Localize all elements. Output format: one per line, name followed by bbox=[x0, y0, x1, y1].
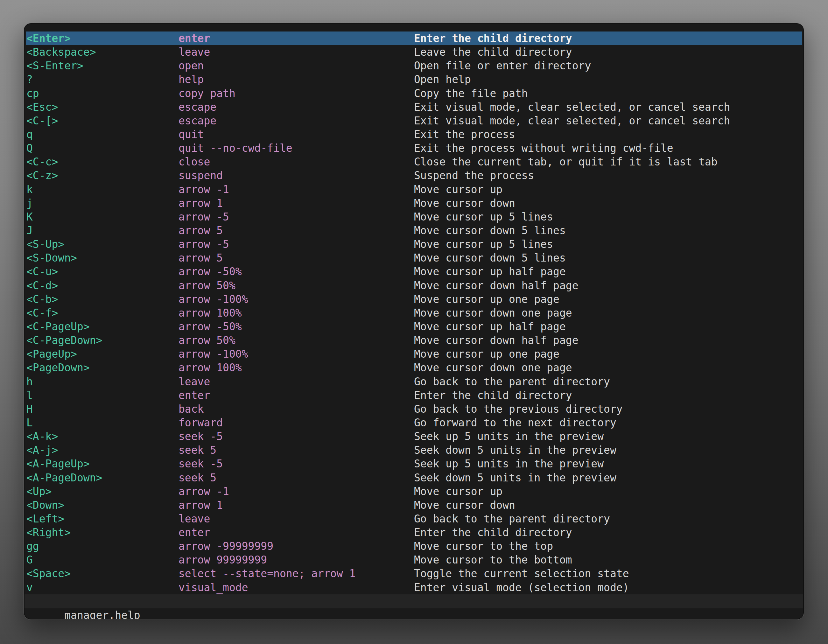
keybind-command: escape bbox=[179, 100, 414, 114]
keybind-command: enter bbox=[179, 31, 414, 45]
keybind-key: G bbox=[26, 553, 179, 567]
keybind-description: Move cursor up 5 lines bbox=[414, 237, 802, 251]
keybind-row[interactable]: cp copy path Copy the file path bbox=[26, 86, 802, 100]
keybind-row[interactable]: v visual_mode Enter visual mode (selecti… bbox=[26, 581, 802, 594]
keybind-key: j bbox=[26, 196, 179, 210]
keybind-row[interactable]: <C-PageDown> arrow 50% Move cursor down … bbox=[26, 334, 802, 347]
keybind-description: Move cursor up half page bbox=[414, 265, 802, 278]
keybind-key: <S-Down> bbox=[26, 251, 179, 265]
keybind-key: J bbox=[26, 224, 179, 237]
keybind-key: <A-k> bbox=[26, 429, 179, 443]
keybind-row[interactable]: j arrow 1 Move cursor down bbox=[26, 196, 802, 210]
keybind-command: arrow -50% bbox=[179, 265, 414, 278]
keybind-row[interactable]: h leave Go back to the parent directory bbox=[26, 375, 802, 389]
keybind-row[interactable]: <PageUp> arrow -100% Move cursor up one … bbox=[26, 347, 802, 361]
keybind-description: Seek down 5 units in the preview bbox=[414, 471, 802, 484]
keybind-key: <Backspace> bbox=[26, 45, 179, 59]
keybind-description: Toggle the current selection state bbox=[414, 567, 802, 580]
status-bar: manager.help bbox=[25, 594, 803, 608]
keybind-command: copy path bbox=[179, 86, 414, 100]
keybind-row[interactable]: G arrow 99999999 Move cursor to the bott… bbox=[26, 553, 802, 567]
keybind-row[interactable]: l enter Enter the child directory bbox=[26, 389, 802, 402]
keybind-command: seek -5 bbox=[179, 457, 414, 471]
keybind-row[interactable]: <C-c> close Close the current tab, or qu… bbox=[26, 155, 802, 169]
keybind-row[interactable]: <Right> enter Enter the child directory bbox=[26, 526, 802, 539]
keybind-row[interactable]: <PageDown> arrow 100% Move cursor down o… bbox=[26, 361, 802, 374]
keybind-key: ? bbox=[26, 72, 179, 86]
keybind-command: arrow -1 bbox=[179, 183, 414, 196]
keybind-key: <Esc> bbox=[26, 100, 179, 114]
keybind-row[interactable]: <Down> arrow 1 Move cursor down bbox=[26, 498, 802, 512]
keybind-description: Move cursor to the top bbox=[414, 539, 802, 553]
keybind-row[interactable]: <S-Up> arrow -5 Move cursor up 5 lines bbox=[26, 237, 802, 251]
keybind-row[interactable]: gg arrow -99999999 Move cursor to the to… bbox=[26, 539, 802, 553]
keybind-key: <Enter> bbox=[26, 31, 179, 45]
keybind-row[interactable]: <A-k> seek -5 Seek up 5 units in the pre… bbox=[26, 429, 802, 443]
keybind-row[interactable]: <Enter> enter Enter the child directory bbox=[26, 31, 802, 45]
keybind-key: <PageUp> bbox=[26, 347, 179, 361]
keybind-row[interactable]: <C-[> escape Exit visual mode, clear sel… bbox=[26, 114, 802, 128]
keybind-command: arrow -50% bbox=[179, 320, 414, 334]
keybind-key: <C-f> bbox=[26, 306, 179, 320]
keybind-row[interactable]: <S-Enter> open Open file or enter direct… bbox=[26, 59, 802, 72]
keybind-row[interactable]: <C-b> arrow -100% Move cursor up one pag… bbox=[26, 292, 802, 306]
keybind-command: close bbox=[179, 155, 414, 169]
keybind-description: Go back to the previous directory bbox=[414, 402, 802, 416]
keybind-row[interactable]: <C-u> arrow -50% Move cursor up half pag… bbox=[26, 265, 802, 278]
keybind-command: seek 5 bbox=[179, 443, 414, 457]
keybind-row[interactable]: <Up> arrow -1 Move cursor up bbox=[26, 484, 802, 498]
keybind-command: arrow -100% bbox=[179, 292, 414, 306]
keybind-command: help bbox=[179, 72, 414, 86]
keybind-key: <S-Up> bbox=[26, 237, 179, 251]
keybind-row[interactable]: <A-j> seek 5 Seek down 5 units in the pr… bbox=[26, 443, 802, 457]
keybind-row[interactable]: <A-PageDown> seek 5 Seek down 5 units in… bbox=[26, 471, 802, 484]
keybind-key: H bbox=[26, 402, 179, 416]
keybind-row[interactable]: <S-Down> arrow 5 Move cursor down 5 line… bbox=[26, 251, 802, 265]
keybind-description: Exit the process without writing cwd-fil… bbox=[414, 141, 802, 155]
keybind-key: <C-PageUp> bbox=[26, 320, 179, 334]
keybind-row[interactable]: H back Go back to the previous directory bbox=[26, 402, 802, 416]
keybind-key: <Up> bbox=[26, 484, 179, 498]
keybind-command: open bbox=[179, 59, 414, 72]
keybind-command: arrow 5 bbox=[179, 224, 414, 237]
keybind-key: <C-d> bbox=[26, 279, 179, 292]
keybind-description: Open file or enter directory bbox=[414, 59, 802, 72]
keybind-description: Move cursor up bbox=[414, 484, 802, 498]
keybind-description: Enter the child directory bbox=[414, 389, 802, 402]
keybind-description: Move cursor down one page bbox=[414, 306, 802, 320]
keybind-command: arrow 50% bbox=[179, 334, 414, 347]
keybind-description: Exit visual mode, clear selected, or can… bbox=[414, 114, 802, 128]
keybind-description: Exit visual mode, clear selected, or can… bbox=[414, 100, 802, 114]
keybind-row[interactable]: <A-PageUp> seek -5 Seek up 5 units in th… bbox=[26, 457, 802, 471]
keybind-key: v bbox=[26, 581, 179, 594]
keybind-row[interactable]: <Backspace> leave Leave the child direct… bbox=[26, 45, 802, 59]
keybind-row[interactable]: J arrow 5 Move cursor down 5 lines bbox=[26, 224, 802, 237]
keybind-key: <C-z> bbox=[26, 169, 179, 182]
keybind-row[interactable]: <Left> leave Go back to the parent direc… bbox=[26, 512, 802, 526]
keybind-command: seek 5 bbox=[179, 471, 414, 484]
keybind-row[interactable]: k arrow -1 Move cursor up bbox=[26, 183, 802, 196]
keybind-row[interactable]: <C-f> arrow 100% Move cursor down one pa… bbox=[26, 306, 802, 320]
keybind-row[interactable]: <Space> select --state=none; arrow 1 Tog… bbox=[26, 567, 802, 580]
keybind-row[interactable]: Q quit --no-cwd-file Exit the process wi… bbox=[26, 141, 802, 155]
keybind-row[interactable]: <C-PageUp> arrow -50% Move cursor up hal… bbox=[26, 320, 802, 334]
keybind-description: Seek up 5 units in the preview bbox=[414, 429, 802, 443]
keybind-row[interactable]: L forward Go forward to the next directo… bbox=[26, 416, 802, 429]
keybind-command: enter bbox=[179, 526, 414, 539]
keybind-description: Enter the child directory bbox=[414, 31, 802, 45]
keybind-row[interactable]: <C-z> suspend Suspend the process bbox=[26, 169, 802, 182]
keybind-key: <Space> bbox=[26, 567, 179, 580]
keybind-command: arrow 50% bbox=[179, 279, 414, 292]
keybind-row[interactable]: K arrow -5 Move cursor up 5 lines bbox=[26, 210, 802, 224]
keybind-row[interactable]: <Esc> escape Exit visual mode, clear sel… bbox=[26, 100, 802, 114]
keybind-key: <C-PageDown> bbox=[26, 334, 179, 347]
keybind-description: Move cursor down bbox=[414, 196, 802, 210]
keybind-command: quit bbox=[179, 128, 414, 141]
keybind-row[interactable]: q quit Exit the process bbox=[26, 128, 802, 141]
keybind-row[interactable]: ? help Open help bbox=[26, 72, 802, 86]
keybind-command: arrow -5 bbox=[179, 210, 414, 224]
keybind-command: leave bbox=[179, 512, 414, 526]
keybind-description: Move cursor up bbox=[414, 183, 802, 196]
keybind-description: Move cursor down one page bbox=[414, 361, 802, 374]
keybind-row[interactable]: <C-d> arrow 50% Move cursor down half pa… bbox=[26, 279, 802, 292]
